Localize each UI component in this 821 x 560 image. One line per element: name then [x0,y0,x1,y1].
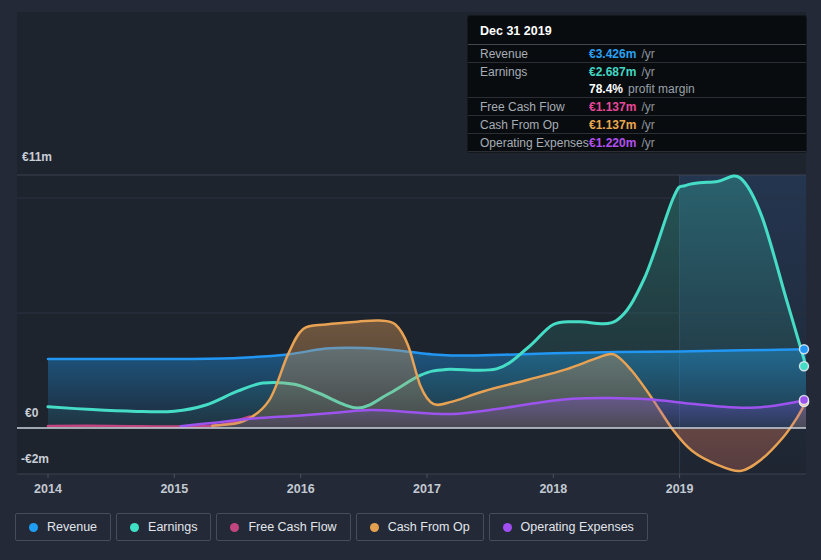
financial-history-chart-page: €11m €0 -€2m 201420152016201720182019 De… [0,0,821,560]
chart-tooltip: Dec 31 2019 Revenue€3.426m/yrEarnings€2.… [468,16,806,152]
legend-item-revenue[interactable]: Revenue [15,513,111,541]
tooltip-rows: Revenue€3.426m/yrEarnings€2.687m/yr78.4%… [468,45,806,152]
tooltip-row-revenue: Revenue€3.426m/yr [468,45,806,63]
legend-dot-icon [230,523,239,532]
tooltip-profit-margin: 78.4%profit margin [468,80,806,98]
legend-item-free-cash-flow[interactable]: Free Cash Flow [216,513,350,541]
legend-item-cash-from-op[interactable]: Cash From Op [356,513,484,541]
tooltip-date: Dec 31 2019 [468,16,806,45]
legend-dot-icon [130,523,139,532]
x-axis-label-2015: 2015 [160,482,188,496]
legend-dot-icon [370,523,379,532]
chart-legend: RevenueEarningsFree Cash FlowCash From O… [15,513,648,541]
tooltip-row-cash-from-op: Cash From Op€1.137m/yr [468,116,806,134]
x-axis-label-2014: 2014 [34,482,62,496]
legend-dot-icon [29,523,38,532]
tooltip-row-operating-expenses: Operating Expenses€1.220m/yr [468,134,806,152]
x-axis-label-2016: 2016 [287,482,315,496]
legend-item-earnings[interactable]: Earnings [116,513,211,541]
x-axis-label-2019: 2019 [666,482,694,496]
tooltip-row-free-cash-flow: Free Cash Flow€1.137m/yr [468,98,806,116]
y-axis-label-bottom: -€2m [21,452,49,466]
tooltip-row-earnings: Earnings€2.687m/yr [468,63,806,80]
x-axis-label-2018: 2018 [539,482,567,496]
x-axis-label-2017: 2017 [413,482,441,496]
y-axis-label-top: €11m [22,150,52,164]
y-axis-label-zero: €0 [25,406,38,420]
legend-item-operating-expenses[interactable]: Operating Expenses [489,513,648,541]
legend-dot-icon [503,523,512,532]
